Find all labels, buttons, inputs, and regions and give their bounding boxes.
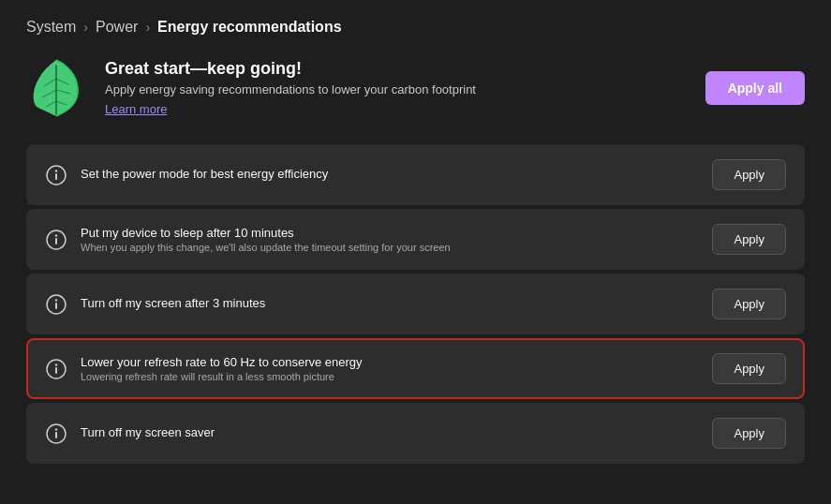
svg-point-9 [55,170,57,171]
svg-point-21 [55,428,57,430]
recommendation-item-4: Lower your refresh rate to 60 Hz to cons… [26,338,805,399]
svg-rect-14 [55,303,57,309]
apply-button-5[interactable]: Apply [712,418,786,449]
info-icon-5 [45,422,67,445]
rec-title-5: Turn off my screen saver [81,425,699,439]
recommendation-item-2: Put my device to sleep after 10 minutesW… [26,209,805,270]
rec-subtitle-4: Lowering refresh rate will result in a l… [81,371,699,382]
breadcrumb-sep1: › [83,20,88,35]
apply-button-4[interactable]: Apply [712,353,786,384]
header-text-block: Great start—keep going! Apply energy sav… [105,59,687,117]
breadcrumb-system[interactable]: System [26,19,76,36]
svg-rect-11 [55,238,57,245]
svg-point-15 [55,299,57,301]
recommendations-list: Set the power mode for best energy effic… [26,144,805,464]
info-icon-4 [45,358,67,380]
breadcrumb-sep2: › [145,20,150,35]
breadcrumb-power[interactable]: Power [96,19,138,36]
recommendation-item-1: Set the power mode for best energy effic… [26,144,805,205]
breadcrumb: System › Power › Energy recommendations [26,19,805,36]
svg-rect-20 [55,432,57,438]
rec-title-3: Turn off my screen after 3 minutes [81,296,699,310]
rec-text-2: Put my device to sleep after 10 minutesW… [81,226,699,253]
info-icon-1 [45,164,67,186]
header-section: Great start—keep going! Apply energy sav… [26,58,805,118]
apply-button-2[interactable]: Apply [712,224,786,255]
svg-point-18 [55,363,57,365]
header-title: Great start—keep going! [105,59,687,79]
breadcrumb-current: Energy recommendations [157,19,342,36]
apply-all-button[interactable]: Apply all [705,71,805,105]
rec-title-4: Lower your refresh rate to 60 Hz to cons… [81,355,699,369]
rec-title-1: Set the power mode for best energy effic… [81,167,699,181]
recommendation-item-3: Turn off my screen after 3 minutesApply [26,274,805,334]
rec-text-4: Lower your refresh rate to 60 Hz to cons… [81,355,699,382]
rec-text-1: Set the power mode for best energy effic… [81,167,699,183]
rec-subtitle-2: When you apply this change, we'll also u… [81,242,699,253]
rec-text-3: Turn off my screen after 3 minutes [81,296,699,312]
recommendation-item-5: Turn off my screen saverApply [26,403,805,464]
svg-rect-8 [55,173,57,180]
rec-title-2: Put my device to sleep after 10 minutes [81,226,699,240]
rec-text-5: Turn off my screen saver [81,425,699,441]
svg-rect-17 [55,367,57,374]
learn-more-link[interactable]: Learn more [105,102,167,116]
leaf-icon [26,58,86,118]
apply-button-3[interactable]: Apply [712,289,786,319]
info-icon-3 [45,293,67,316]
svg-point-12 [55,234,57,236]
apply-button-1[interactable]: Apply [712,159,786,190]
header-subtitle: Apply energy saving recommendations to l… [105,82,687,96]
info-icon-2 [45,229,67,251]
